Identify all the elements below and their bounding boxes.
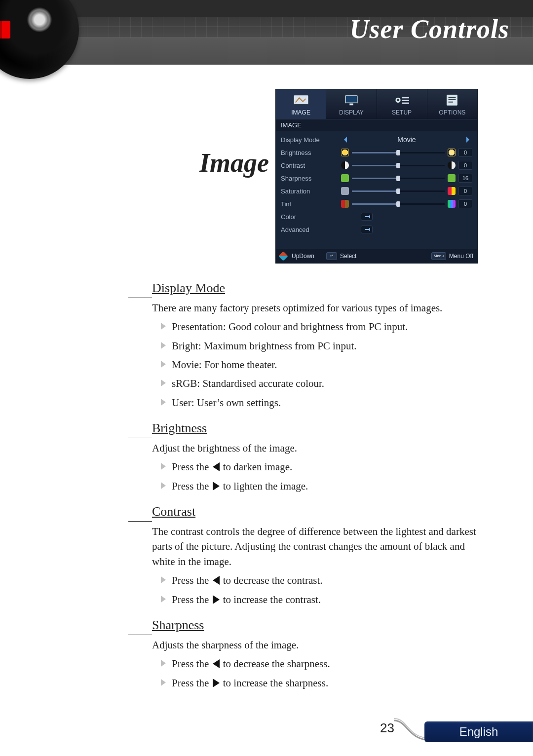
osd-section-label: IMAGE: [276, 119, 477, 131]
osd-row-contrast: Contrast 0: [279, 159, 474, 172]
right-arrow-icon: [213, 679, 220, 687]
svg-rect-8: [402, 103, 409, 104]
list-item: Press the to lighten the image.: [161, 479, 478, 493]
heading-brightness: Brightness: [152, 419, 478, 438]
list-text: Presentation: Good colour and brightness…: [172, 321, 408, 333]
left-arrow-icon: [213, 462, 220, 471]
list-text: Press the to increase the sharpness.: [172, 677, 328, 689]
language-badge: English: [424, 721, 533, 742]
display-tab-icon: [342, 93, 361, 107]
osd-row-brightness: Brightness 0: [279, 146, 474, 159]
slider: [352, 150, 445, 155]
bullet-icon: [161, 596, 169, 603]
osd-row-tint: Tint 0: [279, 197, 474, 210]
osd-row-saturation: Saturation 0: [279, 185, 474, 197]
list-text: Press the to darken image.: [172, 461, 292, 473]
sun-high-icon: [448, 149, 456, 156]
bullet-icon: [161, 342, 169, 349]
tint-high-icon: [448, 200, 456, 208]
osd-value-contrast: 0: [458, 161, 472, 170]
right-arrow-icon: [213, 482, 220, 491]
para-contrast-intro: The contrast controls the degree of diff…: [152, 524, 478, 569]
page-footer: 23 English: [365, 718, 533, 744]
bullet-icon: [161, 679, 169, 686]
osd-row-sharpness: Sharpness 16: [279, 172, 474, 185]
slider: [352, 176, 445, 181]
manual-page: { "header": { "title": "User Controls" }…: [0, 0, 533, 756]
osd-menu: IMAGE DISPLAY SETUP: [275, 89, 478, 264]
list-item: Press the to decrease the sharpness.: [161, 656, 478, 671]
list-item: Press the to darken image.: [161, 459, 478, 474]
list-item: Bright: Maximum brightness from PC input…: [161, 339, 478, 353]
osd-footer: UpDown ↵ Select Menu Menu Off: [276, 249, 477, 263]
left-arrow-icon: [213, 576, 220, 585]
page-header: User Controls: [0, 0, 533, 65]
list-item: Press the to increase the sharpness.: [161, 676, 478, 690]
list-text: Press the to increase the contrast.: [172, 594, 321, 605]
enter-icon: [361, 213, 373, 221]
list-text: Press the to decrease the contrast.: [172, 574, 323, 586]
contrast-low-icon: [341, 161, 349, 169]
osd-tab-display: DISPLAY: [326, 89, 377, 119]
list-text: User: User’s own settings.: [172, 397, 281, 409]
left-arrow-icon: [341, 137, 347, 143]
heading-sharpness: Sharpness: [152, 616, 478, 635]
bullet-icon: [161, 660, 169, 667]
osd-row-display-mode: Display Mode Movie: [279, 133, 474, 146]
svg-rect-10: [449, 97, 456, 98]
left-arrow-icon: [213, 659, 220, 668]
svg-rect-2: [346, 96, 357, 103]
osd-footer-menuoff: Menu Off: [449, 253, 473, 260]
sat-low-icon: [341, 187, 349, 195]
bullet-icon: [161, 379, 169, 386]
bullet-icon: [161, 463, 169, 470]
osd-tab-image-label: IMAGE: [291, 109, 310, 116]
osd-label: Display Mode: [281, 136, 341, 144]
svg-rect-7: [402, 100, 409, 101]
enter-icon: [361, 226, 373, 233]
options-tab-icon: [443, 93, 461, 107]
bullet-icon: [161, 399, 169, 406]
list-text: Movie: For home theater.: [172, 359, 277, 371]
list-item: sRGB: Standardised accurate colour.: [161, 376, 478, 391]
osd-value-brightness: 0: [458, 148, 472, 157]
updown-key-icon: [278, 251, 288, 261]
list-item: Press the to decrease the contrast.: [161, 573, 478, 588]
right-arrow-icon: [466, 137, 472, 143]
enter-key-icon: ↵: [326, 252, 337, 260]
svg-rect-11: [449, 99, 456, 100]
osd-label: Color: [281, 213, 341, 221]
osd-footer-updown: UpDown: [292, 253, 314, 260]
tint-low-icon: [341, 200, 349, 208]
osd-label: Brightness: [281, 149, 341, 156]
heading-contrast: Contrast: [152, 502, 478, 521]
para-sharpness-intro: Adjusts the sharpness of the image.: [152, 638, 478, 652]
osd-label: Tint: [281, 200, 341, 208]
sun-low-icon: [341, 149, 349, 156]
header-title: User Controls: [349, 14, 509, 44]
osd-row-color: Color: [279, 210, 474, 223]
image-tab-icon: [292, 93, 310, 107]
list-item: User: User’s own settings.: [161, 395, 478, 410]
osd-label: Contrast: [281, 162, 341, 169]
osd-footer-select: Select: [340, 253, 356, 260]
sat-high-icon: [448, 187, 456, 195]
menu-key-icon: Menu: [431, 252, 446, 260]
bullet-icon: [161, 361, 169, 368]
osd-value-saturation: 0: [458, 187, 472, 195]
list-item: Movie: For home theater.: [161, 357, 478, 372]
osd-tab-options: OPTIONS: [427, 89, 477, 119]
osd-value-tint: 0: [458, 199, 472, 208]
page-number: 23: [380, 720, 394, 736]
osd-tab-setup-label: SETUP: [392, 109, 412, 116]
para-brightness-intro: Adjust the brightness of the image.: [152, 441, 478, 455]
osd-value-display-mode: Movie: [350, 136, 463, 144]
list-text: Bright: Maximum brightness from PC input…: [172, 340, 357, 352]
right-arrow-icon: [213, 595, 220, 604]
osd-tab-setup: SETUP: [377, 89, 427, 119]
sharp-high-icon: [448, 174, 456, 182]
svg-rect-6: [402, 97, 409, 98]
osd-label: Saturation: [281, 188, 341, 195]
list-item: Press the to increase the contrast.: [161, 592, 478, 607]
slider: [352, 201, 445, 206]
